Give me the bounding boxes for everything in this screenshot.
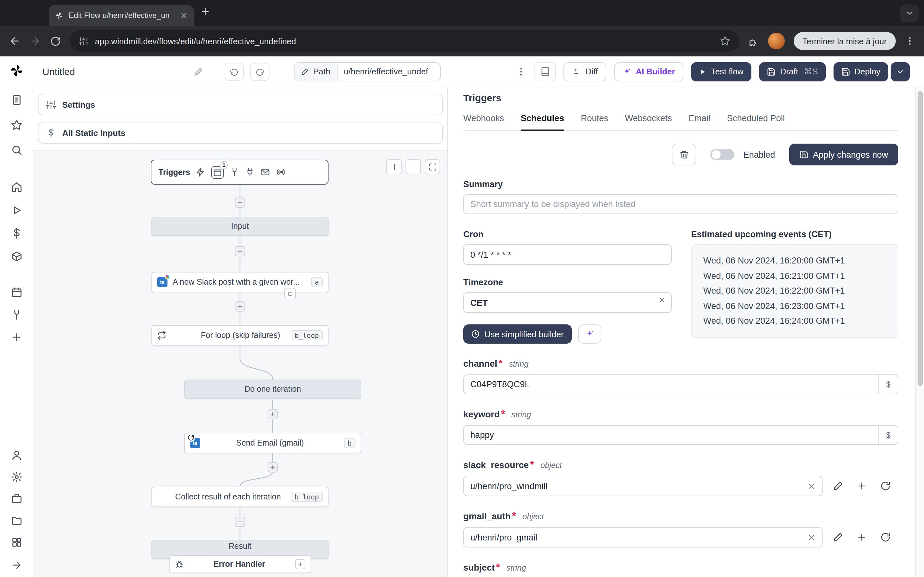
insert-variable-button[interactable]: $ — [879, 426, 898, 444]
rail-settings-icon[interactable] — [11, 471, 22, 483]
add-resource-icon[interactable] — [857, 532, 867, 542]
edit-resource-icon[interactable] — [833, 532, 843, 542]
fit-view-button[interactable] — [425, 159, 440, 174]
path-value[interactable]: u/henri/effective_undef — [338, 63, 440, 81]
edit-title-pencil-icon[interactable] — [194, 67, 203, 76]
browser-menu-icon[interactable] — [905, 36, 915, 46]
triggers-node[interactable]: Triggers 1 — [151, 160, 328, 185]
settings-row[interactable]: Settings — [38, 93, 443, 115]
rail-schedules-icon[interactable] — [11, 287, 22, 298]
zoom-in-button[interactable] — [386, 159, 402, 174]
rail-variables-icon[interactable] — [11, 227, 22, 239]
rail-user-icon[interactable] — [11, 450, 22, 461]
add-step-button[interactable] — [235, 197, 245, 208]
rail-resources-icon[interactable] — [11, 251, 22, 262]
websocket-plug-icon[interactable] — [246, 167, 255, 177]
slack-resource-input[interactable]: u/henri/pro_windmill — [463, 476, 822, 496]
diff-button[interactable]: Diff — [564, 62, 606, 81]
static-inputs-row[interactable]: All Static Inputs — [38, 122, 443, 143]
scrollbar-thumb[interactable] — [918, 91, 923, 386]
clear-resource-icon[interactable] — [807, 533, 816, 542]
tab-close-icon[interactable]: ✕ — [180, 11, 187, 19]
rail-star-icon[interactable] — [11, 119, 22, 131]
rail-triggers-icon[interactable] — [11, 309, 22, 321]
tab-email[interactable]: Email — [688, 113, 710, 130]
add-step-button[interactable] — [268, 462, 278, 472]
extensions-puzzle-icon[interactable] — [748, 35, 759, 47]
back-icon[interactable] — [9, 35, 21, 47]
rail-grid-icon[interactable] — [11, 537, 22, 548]
url-bar[interactable]: app.windmill.dev/flows/edit/u/henri/effe… — [70, 30, 739, 52]
tab-routes[interactable]: Routes — [581, 113, 608, 130]
error-handler-node[interactable]: Error Handler — [170, 555, 311, 573]
insert-variable-button[interactable]: $ — [879, 375, 898, 394]
rail-expand-icon[interactable] — [11, 560, 22, 571]
ai-builder-button[interactable]: AI Builder — [614, 62, 683, 81]
tab-scheduled-poll[interactable]: Scheduled Poll — [727, 113, 785, 130]
docs-book-button[interactable] — [534, 62, 556, 81]
add-resource-icon[interactable] — [857, 481, 867, 491]
rail-add-icon[interactable] — [11, 332, 22, 343]
cron-input[interactable] — [463, 244, 672, 265]
scrollbar[interactable] — [915, 87, 924, 577]
channel-input[interactable]: C04P9T8QC9L $ — [463, 374, 898, 394]
forloop-node[interactable]: For loop (skip failures) b_loop — [152, 325, 328, 346]
browser-update-button[interactable]: Terminer la mise à jour — [793, 32, 896, 50]
more-options-icon[interactable] — [516, 66, 527, 77]
add-step-button[interactable] — [268, 409, 278, 419]
refresh-resource-icon[interactable] — [880, 481, 891, 491]
redo-button[interactable] — [250, 63, 270, 81]
add-step-button[interactable] — [235, 246, 245, 256]
windmill-logo-icon[interactable] — [9, 63, 23, 77]
test-flow-button[interactable]: Test flow — [691, 62, 751, 81]
rail-home-icon[interactable] — [11, 181, 22, 193]
clear-timezone-icon[interactable] — [658, 296, 666, 304]
timezone-input[interactable] — [463, 292, 672, 313]
rail-clipboard-icon[interactable] — [11, 94, 22, 106]
module-action-button[interactable] — [284, 288, 296, 300]
zoom-out-button[interactable] — [405, 159, 421, 174]
tab-websockets[interactable]: Websockets — [625, 113, 672, 130]
simplified-builder-button[interactable]: Use simplified builder — [463, 324, 572, 343]
add-error-handler-button[interactable] — [295, 559, 305, 569]
rail-search-icon[interactable] — [11, 144, 22, 156]
schedule-calendar-icon[interactable]: 1 — [212, 166, 224, 179]
apply-changes-button[interactable]: Apply changes now — [789, 143, 898, 165]
rail-runs-icon[interactable] — [11, 205, 22, 216]
add-step-button[interactable] — [235, 517, 245, 527]
email-step-node[interactable]: ts Send Email (gmail) b — [184, 433, 361, 453]
deploy-button[interactable]: Deploy — [833, 62, 888, 81]
tab-schedules[interactable]: Schedules — [521, 113, 564, 131]
path-chip[interactable]: Path u/henri/effective_undef — [294, 62, 441, 81]
webhook-icon[interactable] — [196, 167, 206, 177]
edit-resource-icon[interactable] — [833, 481, 843, 491]
draft-button[interactable]: Draft⌘S — [759, 62, 825, 81]
tab-search-button[interactable] — [900, 5, 919, 22]
deploy-dropdown-button[interactable] — [891, 62, 910, 81]
email-icon[interactable] — [261, 167, 270, 177]
ai-cron-button[interactable] — [578, 324, 601, 343]
flow-canvas[interactable]: Triggers 1 — [33, 150, 447, 577]
new-tab-button[interactable] — [200, 6, 210, 17]
rail-folder-icon[interactable] — [11, 515, 22, 526]
summary-input[interactable] — [463, 194, 898, 214]
poll-radio-icon[interactable] — [276, 167, 286, 177]
routes-icon[interactable] — [230, 167, 240, 177]
gmail-auth-input[interactable]: u/henri/pro_gmail — [463, 527, 822, 548]
undo-button[interactable] — [225, 63, 244, 81]
collect-node[interactable]: Collect result of each iteration b_loop — [152, 487, 328, 507]
keyword-input[interactable]: happy $ — [463, 425, 898, 445]
refresh-resource-icon[interactable] — [880, 532, 891, 542]
reload-icon[interactable] — [50, 35, 61, 47]
iteration-node[interactable]: Do one iteration — [184, 380, 361, 399]
input-node[interactable]: Input — [152, 217, 328, 236]
site-settings-icon[interactable] — [79, 36, 89, 46]
rail-workspace-icon[interactable] — [11, 493, 22, 504]
profile-avatar[interactable] — [768, 33, 784, 49]
tab-webhooks[interactable]: Webhooks — [463, 113, 504, 130]
add-step-button[interactable] — [235, 301, 245, 311]
browser-tab[interactable]: Edit Flow u/henri/effective_un ✕ — [49, 5, 194, 26]
enabled-toggle[interactable] — [711, 149, 734, 160]
forward-icon[interactable] — [29, 35, 41, 47]
flow-title[interactable]: Untitled — [42, 66, 75, 77]
